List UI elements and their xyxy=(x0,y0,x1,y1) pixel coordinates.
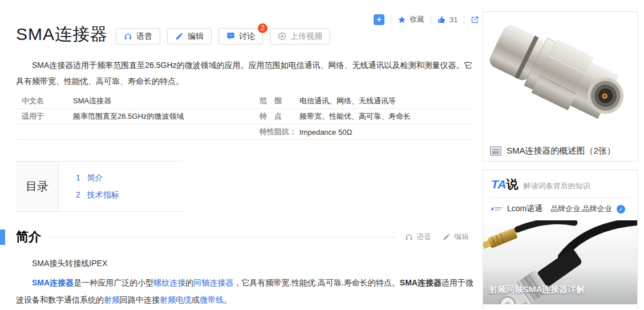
headphones-icon xyxy=(405,233,413,241)
plus-circle-icon xyxy=(278,32,286,41)
entry-link[interactable]: 同轴连接器 xyxy=(193,278,233,287)
discuss-count-badge: 2 xyxy=(258,23,268,33)
section-header-intro: 简介 语音 编辑 xyxy=(0,228,473,245)
infobox-label: 特 点 xyxy=(260,111,299,122)
tashuo-logo: TA说 xyxy=(491,176,518,192)
intro-paragraph: SMA连接器适用于频率范围直至26.5GHz的微波领域的应用。应用范围如电信通讯… xyxy=(16,57,473,89)
discuss-button[interactable]: 讨论 2 xyxy=(218,28,263,45)
article-paragraph: SMA连接器是一种应用广泛的小型螺纹连接的同轴连接器，它具有频带宽.性能优.高可… xyxy=(16,274,473,308)
entry-header: SMA连接器 语音 编辑 讨论 2 上传视频 xyxy=(16,22,330,47)
photo-caption[interactable]: SMA连接器的概述图（2张） xyxy=(483,140,637,161)
entry-link[interactable]: 微带线 xyxy=(200,295,224,304)
voice-button[interactable]: 语音 xyxy=(116,28,160,45)
infobox-value: 电信通讯、网络、无线通讯等 xyxy=(299,96,473,106)
lcom-logo xyxy=(490,206,503,212)
upload-video-button[interactable]: 上传视频 xyxy=(270,28,330,45)
article-text: 或 xyxy=(192,295,200,304)
social-actions: + 收藏 31 8 xyxy=(374,14,487,25)
favorite-action[interactable]: 收藏 xyxy=(398,14,424,25)
thumbs-up-icon xyxy=(438,15,446,24)
infobox-row: 特性阻抗： Impedance 50Ω xyxy=(16,124,473,140)
table-of-contents: 目录 1 简介 2 技术指标 xyxy=(16,161,183,212)
infobox-label: 范 围 xyxy=(260,96,299,106)
toc-item-intro[interactable]: 1 简介 xyxy=(76,169,119,186)
pencil-icon xyxy=(443,233,451,241)
brand-tags: 品牌企业,品牌企业 xyxy=(550,204,612,214)
infobox-row: 中文名 SMA连接器 范 围 电信通讯、网络、无线通讯等 xyxy=(16,94,473,109)
infobox-label: 适用于 xyxy=(22,111,73,122)
toc-list: 1 简介 2 技术指标 xyxy=(59,162,119,211)
article-line: SMA接头转接线IPEX xyxy=(16,259,473,269)
section-actions: 语音 编辑 xyxy=(405,232,469,242)
article-bold-text: SMA连接器 xyxy=(400,278,442,287)
section-edit-action[interactable]: 编辑 xyxy=(443,232,469,242)
upload-video-label: 上传视频 xyxy=(290,31,322,42)
section-marker-bar xyxy=(0,230,5,245)
entry-link[interactable]: 螺纹连接 xyxy=(153,278,185,287)
tashuo-card: TA说 解读词条背后的知识 Lcom诺通 品牌企业,品牌企业 ✓ xyxy=(483,170,638,310)
pencil-icon xyxy=(175,32,184,41)
entry-link[interactable]: 射频 xyxy=(104,295,120,304)
star-icon xyxy=(398,15,406,24)
favorite-label: 收藏 xyxy=(410,14,424,25)
tashuo-subtitle: 解读词条背后的知识 xyxy=(523,181,590,191)
tashuo-header: TA说 解读词条背后的知识 xyxy=(483,170,637,198)
sma-connector-illustration xyxy=(483,12,637,136)
overview-photo-card: SMA连接器的概述图（2张） xyxy=(483,11,638,162)
divider xyxy=(431,15,431,23)
infobox-table: 中文名 SMA连接器 范 围 电信通讯、网络、无线通讯等 适用于 频率范围直至2… xyxy=(16,94,473,140)
toc-item-label: 简介 xyxy=(87,169,103,186)
article-text: 。 xyxy=(224,295,232,304)
infobox-value: SMA连接器 xyxy=(73,96,260,106)
voice-button-label: 语音 xyxy=(136,31,152,42)
divider xyxy=(464,15,464,23)
entry-link[interactable]: 射频电缆 xyxy=(160,295,192,304)
infobox-label: 中文名 xyxy=(22,96,73,106)
share-icon xyxy=(471,15,479,24)
video-title-overlay: 射频同轴SMA连接器详解 xyxy=(489,284,585,295)
section-title: 简介 xyxy=(16,228,41,245)
picture-icon xyxy=(490,146,501,156)
entry-link[interactable]: SMA连接器 xyxy=(32,278,74,287)
tashuo-video-thumbnail[interactable]: 射频同轴SMA连接器详解 xyxy=(483,220,637,304)
edit-button-label: 编辑 xyxy=(188,31,204,42)
chat-bubble-icon xyxy=(226,32,235,41)
section-divider-line xyxy=(49,237,396,237)
divider xyxy=(391,15,391,23)
add-square-icon[interactable]: + xyxy=(374,14,384,25)
like-count: 31 xyxy=(449,15,457,24)
header-buttons: 语音 编辑 讨论 2 上传视频 xyxy=(116,28,330,45)
toc-item-number: 2 xyxy=(76,186,80,203)
tashuo-logo-ta: TA xyxy=(491,178,506,191)
section-voice-action[interactable]: 语音 xyxy=(405,232,431,242)
article-text: 的 xyxy=(185,278,193,287)
discuss-button-label: 讨论 xyxy=(239,31,255,42)
edit-button[interactable]: 编辑 xyxy=(167,28,212,45)
photo-caption-label: SMA连接器的概述图（2张） xyxy=(507,146,615,156)
section-voice-label: 语音 xyxy=(416,232,431,242)
page-title: SMA连接器 xyxy=(16,22,108,47)
toc-item-number: 1 xyxy=(76,169,80,186)
article-text: 回路中连接 xyxy=(120,295,160,304)
infobox-value: 频带宽、性能优、高可靠、寿命长 xyxy=(299,111,473,122)
infobox-value: 频率范围直至26.5GHz的微波领域 xyxy=(73,111,260,122)
infobox-label: 特性阻抗： xyxy=(260,127,299,137)
section-edit-label: 编辑 xyxy=(454,232,469,242)
article-text: 是一种应用广泛的小型 xyxy=(74,278,153,287)
connector-photo[interactable] xyxy=(483,12,637,140)
brand-name: Lcom诺通 xyxy=(507,204,542,214)
tashuo-logo-shuo: 说 xyxy=(506,178,518,191)
toc-title: 目录 xyxy=(16,162,59,211)
brand-row[interactable]: Lcom诺通 品牌企业,品牌企业 ✓ xyxy=(483,198,637,220)
infobox-value: Impedance 50Ω xyxy=(299,128,473,136)
toc-item-label: 技术指标 xyxy=(87,186,119,203)
infobox-row: 适用于 频率范围直至26.5GHz的微波领域 特 点 频带宽、性能优、高可靠、寿… xyxy=(16,109,473,124)
check-badge-icon: ✓ xyxy=(617,205,625,214)
toc-item-specs[interactable]: 2 技术指标 xyxy=(76,186,119,203)
baike-entry-page: SMA连接器 语音 编辑 讨论 2 上传视频 + xyxy=(0,0,644,310)
article-text: ，它具有频带宽.性能优.高可靠.寿命长的特点。 xyxy=(233,278,400,287)
headphones-icon xyxy=(124,32,132,41)
like-action[interactable]: 31 xyxy=(438,15,457,24)
